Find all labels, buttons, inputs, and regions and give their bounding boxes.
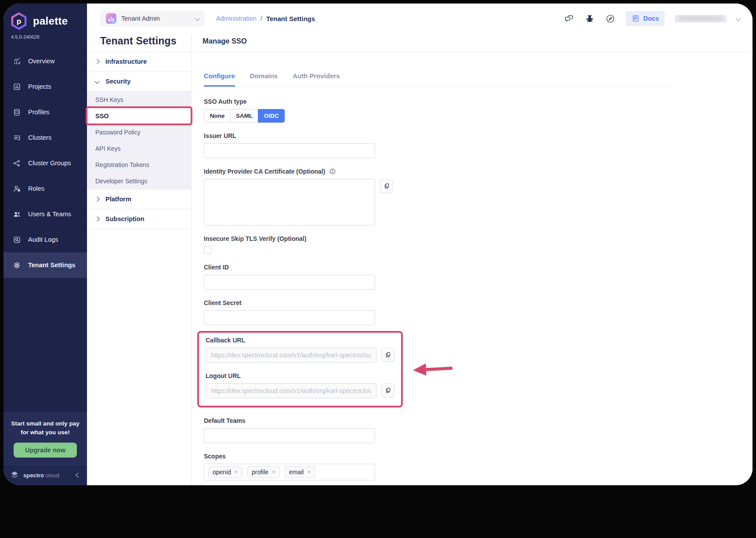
default-teams-input[interactable] bbox=[204, 428, 375, 443]
bug-report-icon[interactable] bbox=[585, 13, 595, 24]
sidebar-item-label: Overview bbox=[28, 58, 54, 65]
scope-tag-label: profile bbox=[252, 469, 268, 476]
app-version: 4.5.0-240628 bbox=[4, 33, 87, 40]
callback-url-label: Callback URL bbox=[206, 337, 394, 344]
promo-line-1: Start small and only pay bbox=[9, 419, 82, 428]
client-secret-input[interactable] bbox=[204, 310, 375, 325]
sidebar-item-tenant-settings[interactable]: Tenant Settings bbox=[4, 252, 87, 278]
footer-brand-cloud: cloud bbox=[44, 472, 59, 479]
breadcrumb-administration[interactable]: Administration bbox=[216, 15, 257, 22]
docs-button[interactable]: Docs bbox=[626, 11, 665, 26]
auth-type-oidc-button[interactable]: OIDC bbox=[258, 109, 285, 123]
sidebar-item-label: Users & Teams bbox=[28, 211, 71, 218]
subnav-group-security[interactable]: Security bbox=[87, 72, 191, 91]
user-account-redacted[interactable] bbox=[675, 15, 727, 22]
sso-auth-type-label: SSO Auth type bbox=[204, 98, 752, 105]
scope-tag-profile: profile × bbox=[247, 466, 280, 478]
page-title: Tenant Settings bbox=[100, 35, 191, 47]
sidebar-item-audit-logs[interactable]: Audit Logs bbox=[4, 227, 87, 252]
chevron-right-icon bbox=[94, 196, 99, 201]
logout-url-input[interactable] bbox=[206, 383, 376, 398]
audit-search-icon bbox=[13, 236, 21, 244]
subnav-item-developer-settings[interactable]: Developer Settings bbox=[87, 173, 191, 189]
sso-tabs: Configure Domains Auth Providers bbox=[204, 72, 675, 87]
bar-chart-icon bbox=[13, 83, 21, 91]
subnav-item-registration-tokens[interactable]: Registration Tokens bbox=[87, 156, 191, 173]
chevron-right-icon bbox=[94, 59, 99, 64]
breadcrumb: Administration / Tenant Settings bbox=[216, 15, 315, 22]
feedback-chat-icon[interactable] bbox=[564, 13, 575, 24]
scopes-input[interactable]: openid × profile × email × bbox=[204, 464, 375, 480]
tenant-admin-icon bbox=[106, 13, 116, 24]
user-menu-chevron-icon[interactable] bbox=[736, 16, 741, 21]
subnav-group-label: Platform bbox=[105, 196, 131, 203]
upgrade-promo: Start small and only pay for what you us… bbox=[4, 412, 87, 465]
topbar-actions: Docs bbox=[564, 11, 740, 26]
chevron-right-icon bbox=[94, 216, 99, 221]
tab-configure[interactable]: Configure bbox=[204, 72, 235, 87]
list-icon bbox=[13, 134, 21, 142]
subnav-item-sso[interactable]: SSO bbox=[87, 108, 191, 124]
promo-line-2: for what you use! bbox=[9, 428, 82, 437]
tab-domains[interactable]: Domains bbox=[250, 72, 278, 86]
palette-logo-icon: p bbox=[9, 11, 29, 31]
sidebar-item-projects[interactable]: Projects bbox=[4, 74, 87, 99]
sidebar-item-label: Clusters bbox=[28, 134, 51, 141]
callback-url-input[interactable] bbox=[206, 348, 376, 363]
client-secret-label: Client Secret bbox=[204, 299, 752, 306]
explore-compass-icon[interactable] bbox=[605, 13, 616, 24]
subnav-item-password-policy[interactable]: Password Policy bbox=[87, 124, 191, 140]
scope-tag-email: email × bbox=[285, 466, 315, 478]
svg-text:p: p bbox=[17, 17, 22, 25]
sidebar-item-clusters[interactable]: Clusters bbox=[4, 125, 87, 150]
ca-certificate-label: Identity Provider CA Certificate (Option… bbox=[204, 168, 752, 175]
top-bar: Tenant Admin Administration / Tenant Set… bbox=[87, 4, 752, 31]
network-icon bbox=[13, 159, 21, 167]
scope-tag-label: email bbox=[289, 469, 304, 476]
logout-url-label: Logout URL bbox=[206, 372, 394, 379]
logout-url-row bbox=[206, 383, 394, 398]
skip-tls-label: Insecure Skip TLS Verify (Optional) bbox=[204, 235, 752, 242]
copy-icon bbox=[385, 352, 391, 358]
copy-callback-url-button[interactable] bbox=[381, 348, 394, 362]
remove-tag-icon[interactable]: × bbox=[235, 469, 238, 475]
sidebar-item-label: Audit Logs bbox=[28, 236, 58, 243]
sidebar-item-label: Cluster Groups bbox=[28, 160, 71, 167]
remove-tag-icon[interactable]: × bbox=[272, 469, 275, 475]
page-subtitle: Manage SSO bbox=[203, 37, 247, 45]
copy-logout-url-button[interactable] bbox=[381, 383, 394, 397]
sidebar-item-roles[interactable]: Roles bbox=[4, 176, 87, 201]
ca-certificate-label-text: Identity Provider CA Certificate (Option… bbox=[204, 168, 325, 175]
auth-type-none-button[interactable]: None bbox=[204, 109, 231, 123]
subnav-item-api-keys[interactable]: API Keys bbox=[87, 140, 191, 156]
sidebar-item-overview[interactable]: Overview bbox=[4, 48, 87, 74]
subnav-group-infrastructure[interactable]: Infrastructure bbox=[87, 52, 191, 72]
skip-tls-checkbox[interactable] bbox=[204, 246, 212, 254]
upgrade-now-button[interactable]: Upgrade now bbox=[14, 443, 77, 458]
info-icon[interactable] bbox=[329, 168, 336, 175]
auth-type-saml-button[interactable]: SAML bbox=[230, 109, 258, 123]
subnav-group-subscription[interactable]: Subscription bbox=[87, 209, 191, 229]
chevron-down-icon bbox=[94, 79, 99, 84]
issuer-url-input[interactable] bbox=[204, 143, 375, 158]
highlight-red-box: Callback URL Logout URL bbox=[197, 331, 403, 407]
callback-logout-highlight: Callback URL Logout URL bbox=[197, 331, 403, 407]
ca-certificate-textarea[interactable] bbox=[204, 179, 375, 225]
promo-text: Start small and only pay for what you us… bbox=[9, 419, 82, 437]
tab-auth-providers[interactable]: Auth Providers bbox=[293, 72, 340, 86]
sidebar-item-label: Roles bbox=[28, 185, 44, 192]
remove-tag-icon[interactable]: × bbox=[307, 469, 311, 475]
sidebar-item-profiles[interactable]: Profiles bbox=[4, 99, 87, 125]
sidebar-item-label: Projects bbox=[28, 83, 51, 90]
tenant-scope-selector[interactable]: Tenant Admin bbox=[100, 11, 205, 27]
sidebar-item-cluster-groups[interactable]: Cluster Groups bbox=[4, 150, 87, 176]
subnav-group-label: Security bbox=[105, 78, 130, 85]
breadcrumb-current: Tenant Settings bbox=[266, 15, 315, 22]
sidebar-footer: spectro cloud bbox=[4, 465, 87, 485]
subnav-group-platform[interactable]: Platform bbox=[87, 189, 191, 209]
collapse-sidebar-icon[interactable] bbox=[76, 473, 80, 477]
client-id-input[interactable] bbox=[204, 275, 375, 290]
copy-ca-certificate-button[interactable] bbox=[380, 179, 393, 193]
subnav-item-ssh-keys[interactable]: SSH Keys bbox=[87, 91, 191, 108]
sidebar-item-users-teams[interactable]: Users & Teams bbox=[4, 201, 87, 227]
